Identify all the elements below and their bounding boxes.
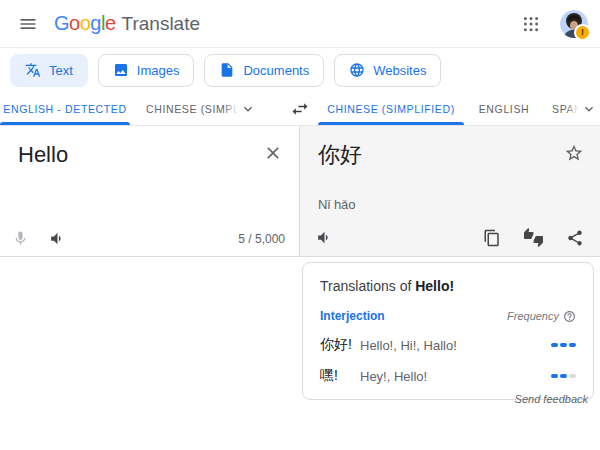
listen-translation-button[interactable] xyxy=(314,227,335,248)
translated-text[interactable]: 你好 xyxy=(318,141,362,169)
translate-panels: Hello 5 / 5,000 xyxy=(0,126,600,257)
translation-glosses: Hello!, Hi!, Hallo! xyxy=(360,338,551,353)
frequency-bars xyxy=(551,374,576,378)
target-lang-tab-chinese[interactable]: CHINESE (SIMPLIFIED) xyxy=(318,92,464,125)
translation-row[interactable]: 你好! Hello!, Hi!, Hallo! xyxy=(320,336,576,354)
apps-grid-icon xyxy=(522,15,540,33)
tab-documents-label: Documents xyxy=(243,63,309,78)
source-lang-tab-chinese[interactable]: CHINESE (SIMPLIFIED) xyxy=(130,92,262,125)
tab-websites-label: Websites xyxy=(373,63,426,78)
send-feedback-link[interactable]: Send feedback xyxy=(515,393,588,405)
swap-languages-icon xyxy=(290,99,312,119)
copy-icon xyxy=(483,229,501,247)
source-lang-tab-english-detected[interactable]: ENGLISH - DETECTED xyxy=(0,92,130,125)
transliteration: Nǐ hǎo xyxy=(318,197,356,212)
translation-glosses: Hey!, Hello! xyxy=(360,369,551,384)
avatar[interactable]: ! xyxy=(560,10,588,38)
help-icon[interactable] xyxy=(563,310,576,323)
star-icon xyxy=(564,143,584,163)
rate-translation-button[interactable] xyxy=(522,226,545,249)
google-translate-logo[interactable]: Google Translate xyxy=(54,12,200,35)
globe-icon xyxy=(349,62,365,78)
source-text-panel[interactable]: Hello 5 / 5,000 xyxy=(0,126,300,256)
mic-button[interactable] xyxy=(10,228,31,249)
frequency-header: Frequency xyxy=(507,310,576,323)
target-lang-spanish-label: SPANISH xyxy=(552,102,579,116)
translations-card-title: Translations of Hello! xyxy=(320,278,576,294)
translate-text-icon xyxy=(25,62,41,78)
share-icon xyxy=(566,229,584,247)
translation-term[interactable]: 你好! xyxy=(320,336,360,354)
share-translation-button[interactable] xyxy=(564,227,586,249)
mode-chip-bar: Text Images Documents Websites xyxy=(0,48,600,92)
source-text[interactable]: Hello xyxy=(18,141,68,169)
tab-websites[interactable]: Websites xyxy=(334,54,441,87)
target-lang-english-label: ENGLISH xyxy=(479,103,530,115)
translations-card: Translations of Hello! Interjection Freq… xyxy=(302,262,594,400)
source-lang-active-label: ENGLISH - DETECTED xyxy=(3,103,126,115)
clear-source-button[interactable] xyxy=(261,141,285,165)
language-bar: ENGLISH - DETECTED CHINESE (SIMPLIFIED) … xyxy=(0,92,600,126)
apps-grid-button[interactable] xyxy=(516,9,546,39)
rate-translation-icon xyxy=(524,228,543,247)
translation-row[interactable]: 嘿! Hey!, Hello! xyxy=(320,367,576,385)
account-alert-badge: ! xyxy=(574,24,591,41)
menu-button[interactable] xyxy=(12,8,44,40)
close-icon xyxy=(263,143,283,163)
google-logo-text: Google xyxy=(54,12,116,35)
listen-source-button[interactable] xyxy=(47,228,68,249)
product-name: Translate xyxy=(122,13,201,35)
part-of-speech-label: Interjection xyxy=(320,309,385,323)
mic-icon xyxy=(12,230,29,247)
target-lang-tab-spanish[interactable]: SPANISH xyxy=(544,92,600,125)
app-header: Google Translate xyxy=(0,0,600,48)
target-lang-active-label: CHINESE (SIMPLIFIED) xyxy=(327,103,455,115)
target-text-panel: 你好 Nǐ hǎo xyxy=(300,126,600,256)
speaker-icon xyxy=(49,230,66,247)
save-translation-button[interactable] xyxy=(562,141,586,165)
chevron-down-icon xyxy=(240,101,256,117)
target-lang-tab-english[interactable]: ENGLISH xyxy=(464,92,544,125)
tab-images[interactable]: Images xyxy=(98,54,195,87)
tab-documents[interactable]: Documents xyxy=(204,54,324,87)
speaker-icon xyxy=(316,229,333,246)
document-icon xyxy=(219,62,235,78)
translation-term[interactable]: 嘿! xyxy=(320,367,360,385)
image-icon xyxy=(113,62,129,78)
tab-text-label: Text xyxy=(49,63,73,78)
copy-translation-button[interactable] xyxy=(481,227,503,249)
menu-icon xyxy=(18,14,38,34)
swap-languages-button[interactable] xyxy=(288,96,314,122)
tab-text[interactable]: Text xyxy=(10,54,88,87)
tab-images-label: Images xyxy=(137,63,180,78)
chevron-down-icon xyxy=(581,101,597,117)
char-count: 5 / 5,000 xyxy=(238,232,285,246)
google-translate-app: Google Translate xyxy=(0,0,600,450)
frequency-bars xyxy=(551,343,576,347)
source-lang-secondary-label: CHINESE (SIMPLIFIED) xyxy=(146,102,238,116)
